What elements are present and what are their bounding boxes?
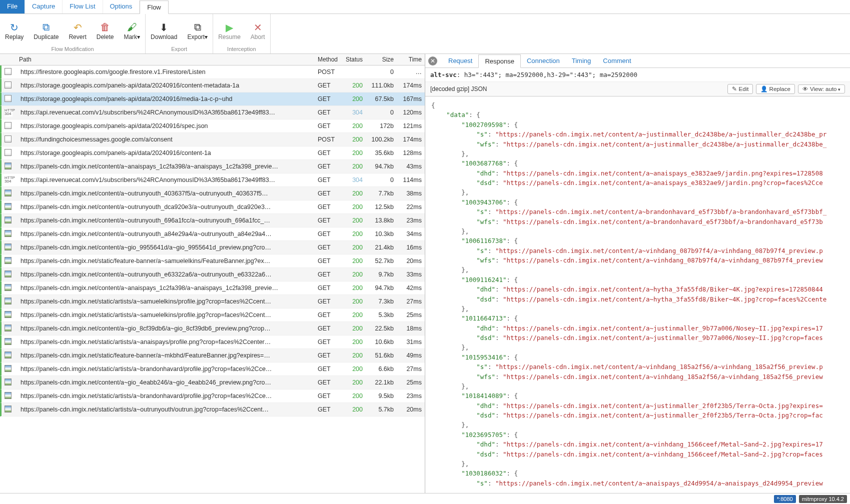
export-button[interactable]: ⧉Export▾ <box>182 16 213 46</box>
flow-method: GET <box>315 122 342 130</box>
menu-flowlist[interactable]: Flow List <box>63 0 103 14</box>
flow-size: 9.7kb <box>366 271 397 278</box>
flow-row[interactable]: https://panels-cdn.imgix.net/static/arti… <box>0 390 425 403</box>
flow-size: 0 <box>366 109 397 116</box>
abort-icon: ✕ <box>254 22 262 34</box>
flow-status: 200 <box>342 406 366 413</box>
image-icon <box>5 257 12 264</box>
mark-button[interactable]: 🖌Mark▾ <box>119 16 145 46</box>
abort-button[interactable]: ✕Abort <box>246 16 270 46</box>
flow-method: GET <box>315 150 342 156</box>
flow-path: https://api.revenuecat.com/v1/subscriber… <box>18 109 315 116</box>
flow-row[interactable]: https://panels-cdn.imgix.net/content/a~o… <box>0 187 425 200</box>
download-button[interactable]: ⬇Download <box>146 16 182 46</box>
flow-status: 200 <box>342 366 366 372</box>
flow-time: 121ms <box>397 122 425 130</box>
flow-size: 12.5kb <box>366 204 397 210</box>
flow-status: 200 <box>342 163 366 170</box>
col-size[interactable]: Size <box>366 54 397 65</box>
flow-row[interactable]: https://panels-cdn.imgix.net/content/a~o… <box>0 228 425 241</box>
flow-time: 23ms <box>397 392 425 400</box>
flow-row[interactable]: HTTP304https://api.revenuecat.com/v1/sub… <box>0 106 425 120</box>
flow-row[interactable]: https://panels-cdn.imgix.net/static/feat… <box>0 254 425 268</box>
tab-timing[interactable]: Timing <box>566 54 597 67</box>
flow-row[interactable]: https://panels-cdn.imgix.net/content/a~a… <box>0 160 425 174</box>
json-body[interactable]: { "data": { "1002709598": { "s": "https:… <box>425 96 850 492</box>
flow-row[interactable]: https://storage.googleapis.com/panels-ap… <box>0 120 425 133</box>
image-icon <box>5 298 12 304</box>
tab-comment[interactable]: Comment <box>597 54 637 67</box>
header-value: h3=":443"; ma=2592000,h3-29=":443"; ma=2… <box>464 71 637 78</box>
duplicate-button[interactable]: ⧉Duplicate <box>29 16 64 46</box>
flow-row[interactable]: https://panels-cdn.imgix.net/static/arti… <box>0 295 425 308</box>
close-detail-button[interactable]: ✕ <box>428 56 437 66</box>
flow-path: https://panels-cdn.imgix.net/content/a~o… <box>18 204 315 210</box>
flow-size: 10.3kb <box>366 230 397 238</box>
flow-row[interactable]: https://panels-cdn.imgix.net/content/a~o… <box>0 214 425 228</box>
statusbar: *:8080 mitmproxy 10.4.2 <box>0 493 850 504</box>
flow-row[interactable]: https://panels-cdn.imgix.net/static/arti… <box>0 308 425 322</box>
flow-row[interactable]: https://fundingchoicesmessages.google.co… <box>0 133 425 146</box>
col-path[interactable]: Path <box>16 54 315 65</box>
group-label-flow: Flow Modification <box>0 46 145 54</box>
flow-row[interactable]: https://panels-cdn.imgix.net/static/arti… <box>0 403 425 416</box>
flow-method: GET <box>315 284 342 292</box>
menu-capture[interactable]: Capture <box>25 0 63 14</box>
menu-options[interactable]: Options <box>103 0 140 14</box>
flow-path: https://storage.googleapis.com/panels-ap… <box>18 82 315 89</box>
menu-file[interactable]: File <box>0 0 25 14</box>
flow-time: 43ms <box>397 163 425 170</box>
flow-row[interactable]: https://panels-cdn.imgix.net/static/arti… <box>0 336 425 349</box>
detail-pane: ✕ Request Response Connection Timing Com… <box>425 54 850 493</box>
col-method[interactable]: Method <box>315 54 342 65</box>
flow-method: GET <box>315 163 342 170</box>
flow-size: 5.7kb <box>366 406 397 413</box>
tab-request[interactable]: Request <box>442 54 478 67</box>
menu-flow[interactable]: Flow <box>140 0 168 14</box>
flow-row[interactable]: HTTP304https://api.revenuecat.com/v1/sub… <box>0 174 425 187</box>
flow-row[interactable]: https://storage.googleapis.com/panels-ap… <box>0 146 425 160</box>
flow-row[interactable]: https://storage.googleapis.com/panels-ap… <box>0 79 425 92</box>
tab-response[interactable]: Response <box>478 54 521 68</box>
flow-row[interactable]: https://panels-cdn.imgix.net/static/arti… <box>0 362 425 376</box>
image-icon <box>5 244 12 250</box>
flow-row[interactable]: https://panels-cdn.imgix.net/content/a~g… <box>0 376 425 390</box>
edit-button[interactable]: ✎ Edit <box>727 84 753 94</box>
flow-path: https://panels-cdn.imgix.net/content/a~o… <box>18 271 315 278</box>
flow-row[interactable]: https://panels-cdn.imgix.net/static/feat… <box>0 349 425 362</box>
col-status[interactable]: Status <box>342 54 366 65</box>
flow-size: 10.6kb <box>366 338 397 346</box>
revert-button[interactable]: ↶Revert <box>64 16 91 46</box>
resume-button[interactable]: ▶Resume <box>213 16 246 46</box>
flow-status: 200 <box>342 379 366 386</box>
header-name: alt-svc <box>430 71 457 78</box>
col-time[interactable]: Time <box>397 54 425 65</box>
flow-path: https://fundingchoicesmessages.google.co… <box>18 136 315 143</box>
flow-status: 200 <box>342 338 366 346</box>
view-mode-button[interactable]: 👁 View: auto <box>798 84 845 94</box>
flow-size: 9.5kb <box>366 392 397 400</box>
flow-method: GET <box>315 244 342 251</box>
flow-size: 94.7kb <box>366 163 397 170</box>
flow-row[interactable]: https://panels-cdn.imgix.net/content/a~a… <box>0 282 425 295</box>
flow-row[interactable]: https://panels-cdn.imgix.net/content/a~o… <box>0 268 425 282</box>
delete-button[interactable]: 🗑Delete <box>92 16 119 46</box>
flow-size: 0 <box>366 68 397 76</box>
flow-row[interactable]: https://firestore.googleapis.com/google.… <box>0 66 425 79</box>
flow-size: 6.6kb <box>366 366 397 372</box>
flow-row[interactable]: https://panels-cdn.imgix.net/content/a~g… <box>0 241 425 254</box>
download-icon: ⬇ <box>160 22 168 34</box>
flow-path: https://panels-cdn.imgix.net/static/arti… <box>18 406 315 413</box>
document-icon <box>5 95 12 102</box>
flow-size: 100.2kb <box>366 136 397 143</box>
tab-connection[interactable]: Connection <box>521 54 566 67</box>
flow-row[interactable]: https://panels-cdn.imgix.net/content/a~g… <box>0 322 425 336</box>
flow-time: 49ms <box>397 352 425 359</box>
replay-button[interactable]: ↻Replay <box>0 16 29 46</box>
flow-status: 200 <box>342 204 366 210</box>
flow-time: 20ms <box>397 258 425 264</box>
replace-button[interactable]: 👤 Replace <box>756 84 794 94</box>
flow-row[interactable]: https://panels-cdn.imgix.net/content/a~o… <box>0 200 425 214</box>
flow-time: 33ms <box>397 271 425 278</box>
flow-row[interactable]: https://storage.googleapis.com/panels-ap… <box>0 92 425 106</box>
